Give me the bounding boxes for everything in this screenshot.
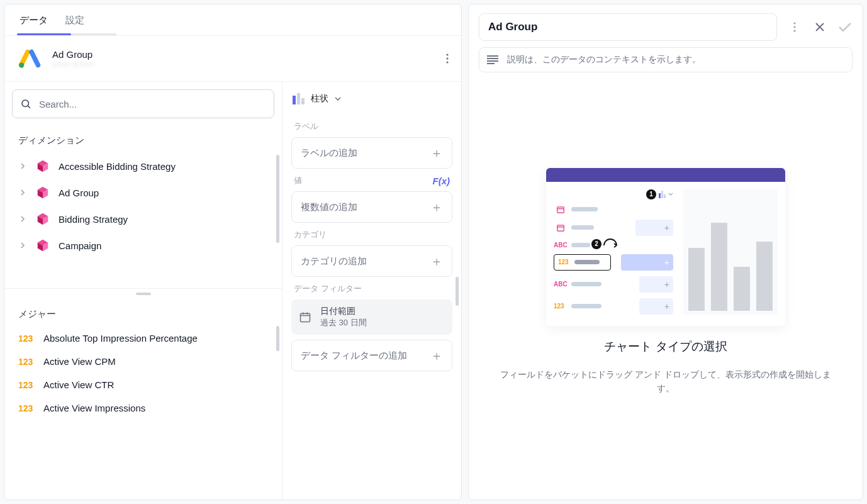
svg-rect-17 xyxy=(557,207,564,213)
calendar-icon xyxy=(299,311,311,323)
filter-placeholder: データ フィルターの追加 xyxy=(301,350,407,362)
date-type-icon xyxy=(554,223,568,232)
dimensions-section-title: ディメンション xyxy=(4,125,282,150)
text-type-icon: ABC xyxy=(554,242,568,249)
svg-point-10 xyxy=(793,22,795,24)
plus-icon: ＋ xyxy=(430,253,443,270)
label-bucket-title: ラベル xyxy=(294,121,450,132)
more-options-button[interactable] xyxy=(787,20,802,35)
google-ads-logo-icon xyxy=(18,47,41,70)
description-placeholder: 説明は、このデータのコンテキストを示します。 xyxy=(507,54,701,65)
measure-item[interactable]: 123 Active View CPM xyxy=(4,350,282,373)
step-1-badge: 1 xyxy=(646,189,656,199)
svg-line-5 xyxy=(28,106,30,108)
dimension-label: Accessible Bidding Strategy xyxy=(59,161,176,172)
svg-rect-19 xyxy=(557,225,564,231)
filter-section-title: データ フィルター xyxy=(294,283,450,294)
filter-drop-target[interactable]: データ フィルターの追加 ＋ xyxy=(291,340,452,371)
dimension-label: Bidding Strategy xyxy=(59,214,128,225)
placeholder-title: チャート タイプの選択 xyxy=(604,339,727,355)
label-drop-target[interactable]: ラベルの追加 ＋ xyxy=(291,137,452,169)
number-type-icon: 123 xyxy=(18,333,35,344)
placeholder-bars xyxy=(683,189,778,315)
value-drop-target[interactable]: 複数値の追加 ＋ xyxy=(291,191,452,223)
svg-point-12 xyxy=(793,30,795,31)
viz-type-label: 柱状 xyxy=(311,93,328,104)
dimension-item[interactable]: Ad Group xyxy=(4,179,282,206)
cube-icon xyxy=(36,238,50,252)
tabs: データ 設定 xyxy=(4,4,461,36)
value-placeholder: 複数値の追加 xyxy=(301,201,357,213)
data-source-subtitle: lorem ipsum xyxy=(52,60,93,69)
measure-label: Active View CPM xyxy=(43,356,116,367)
svg-point-0 xyxy=(19,62,24,67)
confirm-button[interactable] xyxy=(837,20,853,35)
number-type-icon: 123 xyxy=(18,357,35,367)
measure-item[interactable]: 123 Active View Impressions xyxy=(4,396,282,420)
step-2-badge: 2 xyxy=(591,239,601,249)
label-placeholder: ラベルの追加 xyxy=(301,147,357,159)
cube-icon xyxy=(36,159,50,173)
dimension-item[interactable]: Campaign xyxy=(4,232,282,259)
chart-title-input[interactable] xyxy=(479,13,777,41)
data-source-more-button[interactable] xyxy=(446,53,449,64)
date-type-icon xyxy=(554,205,568,214)
config-column: 柱状 ラベル ラベルの追加 ＋ 値 F(x) 複数値の追加 ＋ カテゴリ xyxy=(282,82,461,500)
svg-point-3 xyxy=(446,61,448,63)
fields-column: ディメンション Accessible Bidding Strategy Ad G… xyxy=(4,82,282,500)
measure-item[interactable]: 123 Absolute Top Impression Percentage xyxy=(4,327,282,350)
measure-label: Absolute Top Impression Percentage xyxy=(43,333,198,344)
svg-point-11 xyxy=(793,26,795,28)
plus-icon: ＋ xyxy=(430,145,443,162)
placeholder-illustration: 1 + ABC 2 123+ ABC+ 123+ xyxy=(546,168,785,326)
number-type-icon: 123 xyxy=(558,259,572,266)
date-range-filter[interactable]: 日付範囲 過去 30 日間 xyxy=(291,300,452,335)
dimension-label: Ad Group xyxy=(59,188,99,198)
svg-point-4 xyxy=(22,100,29,107)
plus-icon: ＋ xyxy=(430,199,443,216)
dimension-label: Campaign xyxy=(59,240,101,251)
category-bucket-title: カテゴリ xyxy=(294,229,450,240)
bar-chart-icon xyxy=(293,93,305,104)
date-range-value: 過去 30 日間 xyxy=(320,317,367,328)
data-source-header: Ad Group lorem ipsum xyxy=(4,36,461,82)
search-input[interactable] xyxy=(39,99,266,109)
measures-scrollbar[interactable] xyxy=(276,326,279,351)
tab-data[interactable]: データ xyxy=(20,14,48,35)
cube-icon xyxy=(36,212,50,226)
search-box[interactable] xyxy=(12,89,274,118)
placeholder-text: フィールドをバケットにドラッグ アンド ドロップして、表示形式の作成を開始します… xyxy=(496,367,836,396)
curve-arrow-icon xyxy=(603,238,619,248)
chevron-right-icon xyxy=(18,242,27,249)
text-type-icon: ABC xyxy=(554,281,568,288)
fx-button[interactable]: F(x) xyxy=(433,176,450,186)
number-type-icon: 123 xyxy=(554,303,568,310)
cube-icon xyxy=(36,186,50,199)
pane-resize-handle[interactable] xyxy=(4,288,282,298)
number-type-icon: 123 xyxy=(18,403,35,413)
tab-settings[interactable]: 設定 xyxy=(65,14,84,35)
svg-point-2 xyxy=(446,57,448,59)
active-tab-indicator xyxy=(17,33,71,35)
config-scrollbar[interactable] xyxy=(456,277,459,306)
data-source-title: Ad Group xyxy=(52,49,93,60)
value-bucket-title: 値 F(x) xyxy=(294,175,450,186)
close-button[interactable] xyxy=(812,20,827,35)
category-placeholder: カテゴリの追加 xyxy=(301,255,367,267)
measure-item[interactable]: 123 Active View CTR xyxy=(4,373,282,396)
measure-label: Active View CTR xyxy=(43,379,114,390)
dimension-item[interactable]: Accessible Bidding Strategy xyxy=(4,153,282,179)
measures-section-title: メジャー xyxy=(4,298,282,324)
chevron-right-icon xyxy=(18,163,27,169)
right-panel: 説明は、このデータのコンテキストを示します。 1 + ABC xyxy=(468,4,863,500)
dimensions-scrollbar[interactable] xyxy=(276,155,279,243)
dimension-item[interactable]: Bidding Strategy xyxy=(4,206,282,232)
chevron-right-icon xyxy=(18,189,27,196)
category-drop-target[interactable]: カテゴリの追加 ＋ xyxy=(291,245,452,277)
viz-type-selector[interactable]: 柱状 xyxy=(291,91,452,115)
svg-rect-6 xyxy=(301,313,310,322)
svg-point-1 xyxy=(446,53,448,55)
chevron-right-icon xyxy=(18,216,27,222)
chevron-down-icon xyxy=(335,97,341,101)
chart-description-input[interactable]: 説明は、このデータのコンテキストを示します。 xyxy=(479,47,853,72)
